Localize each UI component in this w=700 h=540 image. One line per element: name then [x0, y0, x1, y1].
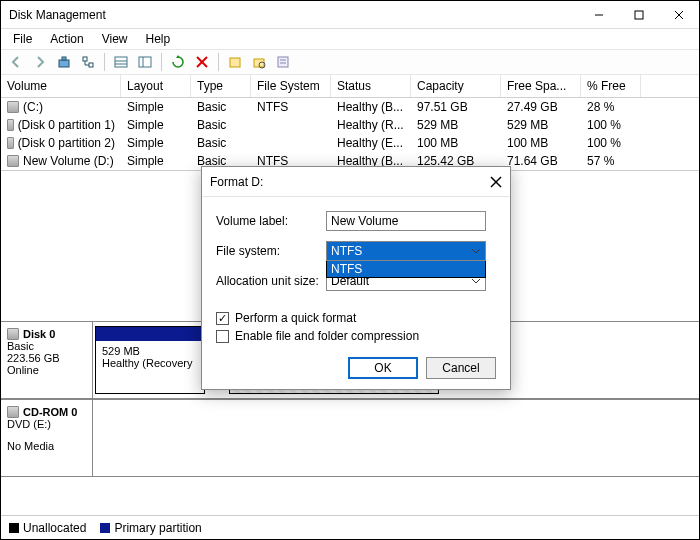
toolbar-sep	[161, 53, 162, 71]
menu-action[interactable]: Action	[42, 30, 91, 48]
tree-icon[interactable]	[77, 51, 99, 73]
disk-icon	[7, 406, 19, 418]
svg-rect-4	[59, 60, 69, 67]
svg-rect-5	[62, 57, 66, 60]
svg-rect-18	[278, 57, 288, 67]
partition-strip	[93, 400, 699, 476]
dialog-title: Format D:	[210, 175, 263, 189]
svg-rect-8	[115, 57, 127, 67]
dialog-titlebar: Format D:	[202, 167, 510, 197]
legend-unallocated: Unallocated	[9, 521, 86, 535]
svg-rect-6	[83, 57, 87, 61]
volume-label-input[interactable]	[326, 211, 486, 231]
table-row[interactable]: (Disk 0 partition 2)SimpleBasicHealthy (…	[1, 134, 699, 152]
col-filesystem[interactable]: File System	[251, 75, 331, 97]
forward-icon[interactable]	[29, 51, 51, 73]
legend-primary: Primary partition	[100, 521, 201, 535]
menu-bar: File Action View Help	[1, 29, 699, 49]
properties-icon[interactable]	[272, 51, 294, 73]
label-allocation: Allocation unit size:	[216, 274, 326, 288]
disk-info: CD-ROM 0DVD (E:)No Media	[1, 400, 93, 476]
list-view-icon[interactable]	[134, 51, 156, 73]
disk-row: CD-ROM 0DVD (E:)No Media	[1, 399, 699, 477]
cancel-button[interactable]: Cancel	[426, 357, 496, 379]
svg-rect-15	[230, 58, 240, 67]
toolbar-sep	[104, 53, 105, 71]
table-view-icon[interactable]	[110, 51, 132, 73]
disk-info: Disk 0Basic223.56 GBOnline	[1, 322, 93, 398]
col-pctfree[interactable]: % Free	[581, 75, 641, 97]
refresh-icon[interactable]	[167, 51, 189, 73]
back-icon[interactable]	[5, 51, 27, 73]
partition[interactable]: 529 MBHealthy (Recovery	[95, 326, 205, 394]
table-row[interactable]: (Disk 0 partition 1)SimpleBasicHealthy (…	[1, 116, 699, 134]
format-dialog: Format D: Volume label: File system: NTF…	[201, 166, 511, 390]
menu-file[interactable]: File	[5, 30, 40, 48]
close-icon[interactable]	[490, 176, 502, 188]
col-layout[interactable]: Layout	[121, 75, 191, 97]
svg-rect-7	[89, 63, 93, 67]
filesystem-dropdown[interactable]: NTFS NTFS	[326, 241, 486, 261]
col-free[interactable]: Free Spa...	[501, 75, 581, 97]
label-volume: Volume label:	[216, 214, 326, 228]
volume-table: Volume Layout Type File System Status Ca…	[1, 75, 699, 171]
minimize-button[interactable]	[579, 1, 619, 29]
disk-icon	[7, 328, 19, 340]
volume-icon	[7, 137, 14, 149]
delete-icon[interactable]	[191, 51, 213, 73]
menu-help[interactable]: Help	[138, 30, 179, 48]
wizard-icon[interactable]	[224, 51, 246, 73]
svg-rect-1	[635, 11, 643, 19]
volume-icon	[7, 119, 14, 131]
dropdown-option-ntfs[interactable]: NTFS	[327, 261, 485, 277]
dropdown-selected: NTFS	[331, 244, 362, 258]
window-title: Disk Management	[9, 8, 106, 22]
explore-icon[interactable]	[248, 51, 270, 73]
up-icon[interactable]	[53, 51, 75, 73]
col-capacity[interactable]: Capacity	[411, 75, 501, 97]
col-status[interactable]: Status	[331, 75, 411, 97]
close-button[interactable]	[659, 1, 699, 29]
dropdown-list: NTFS	[326, 261, 486, 278]
chevron-down-icon	[471, 246, 481, 256]
col-volume[interactable]: Volume	[1, 75, 121, 97]
quick-format-checkbox[interactable]: Perform a quick format	[216, 311, 496, 325]
toolbar	[1, 49, 699, 75]
svg-rect-11	[139, 57, 151, 67]
ok-button[interactable]: OK	[348, 357, 418, 379]
volume-icon	[7, 101, 19, 113]
checkbox-icon	[216, 312, 229, 325]
checkbox-icon	[216, 330, 229, 343]
title-bar: Disk Management	[1, 1, 699, 29]
compress-checkbox[interactable]: Enable file and folder compression	[216, 329, 496, 343]
toolbar-sep	[218, 53, 219, 71]
label-filesystem: File system:	[216, 244, 326, 258]
maximize-button[interactable]	[619, 1, 659, 29]
checkbox-label: Perform a quick format	[235, 311, 356, 325]
checkbox-label: Enable file and folder compression	[235, 329, 419, 343]
window-controls	[579, 1, 699, 29]
volume-table-header: Volume Layout Type File System Status Ca…	[1, 75, 699, 98]
col-type[interactable]: Type	[191, 75, 251, 97]
legend: Unallocated Primary partition	[1, 515, 699, 539]
table-row[interactable]: (C:)SimpleBasicNTFSHealthy (B...97.51 GB…	[1, 98, 699, 116]
menu-view[interactable]: View	[94, 30, 136, 48]
volume-icon	[7, 155, 19, 167]
